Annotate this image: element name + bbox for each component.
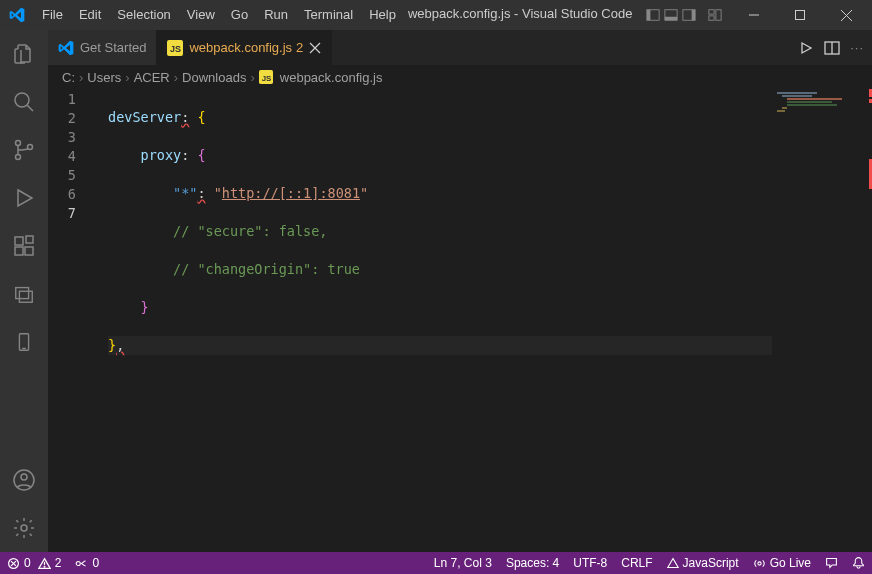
vscode-icon (0, 7, 34, 23)
device-icon[interactable] (0, 318, 48, 366)
settings-gear-icon[interactable] (0, 504, 48, 552)
status-port[interactable]: 0 (68, 556, 106, 570)
window-close[interactable] (826, 0, 866, 30)
menu-file[interactable]: File (34, 0, 71, 30)
svg-point-17 (28, 145, 33, 150)
svg-rect-5 (692, 10, 696, 21)
menu-bar: File Edit Selection View Go Run Terminal… (34, 0, 404, 30)
window-maximize[interactable] (780, 0, 820, 30)
status-cursor[interactable]: Ln 7, Col 3 (427, 556, 499, 570)
breadcrumb-item[interactable]: Users (87, 70, 121, 85)
status-indentation[interactable]: Spaces: 4 (499, 556, 566, 570)
svg-point-45 (77, 561, 81, 565)
tab-problems-count: 2 (296, 40, 303, 55)
activity-bar (0, 30, 48, 552)
vscode-small-icon (58, 40, 74, 56)
status-warnings[interactable]: 2 (38, 556, 69, 570)
svg-rect-25 (19, 291, 32, 302)
window-controls (728, 0, 872, 30)
tab-webpack-config[interactable]: JS webpack.config.js 2 (157, 30, 332, 65)
svg-marker-18 (18, 190, 32, 206)
run-debug-icon[interactable] (0, 174, 48, 222)
status-errors[interactable]: 0 (0, 556, 38, 570)
breadcrumbs[interactable]: C:› Users› ACER› Downloads› JS webpack.c… (48, 65, 872, 89)
status-feedback-icon[interactable] (818, 556, 845, 569)
svg-rect-24 (16, 288, 29, 299)
extensions-icon[interactable] (0, 222, 48, 270)
breadcrumb-item[interactable]: Downloads (182, 70, 246, 85)
window-icon[interactable] (0, 270, 48, 318)
tab-get-started[interactable]: Get Started (48, 30, 157, 65)
breadcrumb-item[interactable]: JS webpack.config.js (259, 70, 383, 85)
svg-rect-3 (665, 17, 677, 21)
layout-sidebar-right-icon[interactable] (680, 6, 698, 24)
accounts-icon[interactable] (0, 456, 48, 504)
status-bar: 0 2 0 Ln 7, Col 3 Spaces: 4 UTF-8 CRLF J… (0, 552, 872, 574)
status-encoding[interactable]: UTF-8 (566, 556, 614, 570)
source-control-icon[interactable] (0, 126, 48, 174)
tab-label: Get Started (80, 40, 146, 55)
explorer-icon[interactable] (0, 30, 48, 78)
window-minimize[interactable] (734, 0, 774, 30)
layout-sidebar-left-icon[interactable] (644, 6, 662, 24)
svg-point-15 (16, 141, 21, 146)
more-actions-icon[interactable]: ··· (850, 40, 864, 55)
titlebar: File Edit Selection View Go Run Terminal… (0, 0, 872, 30)
svg-rect-8 (709, 16, 714, 20)
status-go-live[interactable]: Go Live (746, 556, 818, 570)
svg-rect-23 (26, 236, 33, 243)
breadcrumb-item[interactable]: ACER (134, 70, 170, 85)
svg-point-29 (21, 474, 27, 480)
menu-run[interactable]: Run (256, 0, 296, 30)
svg-point-44 (44, 566, 45, 567)
tab-close-icon[interactable] (309, 42, 321, 54)
editor-tabs: Get Started JS webpack.config.js 2 ··· (48, 30, 872, 65)
window-title: webpack.config.js - Visual Studio Code (404, 6, 728, 24)
editor[interactable]: 1 2 3 4 5 6 7 devServer: { proxy: { "*":… (48, 89, 872, 552)
svg-marker-35 (802, 43, 811, 53)
run-file-icon[interactable] (798, 40, 814, 56)
status-eol[interactable]: CRLF (614, 556, 659, 570)
breadcrumb-item[interactable]: C: (62, 70, 75, 85)
menu-terminal[interactable]: Terminal (296, 0, 361, 30)
svg-rect-10 (796, 11, 805, 20)
menu-view[interactable]: View (179, 0, 223, 30)
menu-help[interactable]: Help (361, 0, 404, 30)
svg-point-30 (21, 525, 27, 531)
js-file-icon: JS (167, 40, 183, 56)
status-language[interactable]: JavaScript (660, 556, 746, 570)
menu-selection[interactable]: Selection (109, 0, 178, 30)
svg-point-46 (758, 561, 761, 564)
svg-point-13 (15, 93, 29, 107)
menu-edit[interactable]: Edit (71, 0, 109, 30)
svg-line-14 (27, 105, 33, 111)
split-editor-icon[interactable] (824, 40, 840, 56)
svg-text:JS: JS (261, 74, 271, 83)
menu-go[interactable]: Go (223, 0, 256, 30)
svg-text:JS: JS (170, 44, 181, 54)
code-content[interactable]: devServer: { proxy: { "*": "http://[::1]… (96, 89, 872, 552)
svg-rect-22 (25, 247, 33, 255)
svg-point-16 (16, 155, 21, 160)
layout-customize-icon[interactable] (706, 6, 724, 24)
layout-panel-icon[interactable] (662, 6, 680, 24)
svg-rect-7 (716, 10, 721, 21)
svg-rect-1 (647, 10, 651, 21)
tab-label: webpack.config.js (189, 40, 292, 55)
search-icon[interactable] (0, 78, 48, 126)
svg-rect-20 (15, 237, 23, 245)
status-notifications-icon[interactable] (845, 556, 872, 569)
minimap[interactable] (772, 89, 872, 552)
svg-rect-6 (709, 10, 714, 14)
line-numbers: 1 2 3 4 5 6 7 (48, 89, 96, 552)
svg-rect-21 (15, 247, 23, 255)
